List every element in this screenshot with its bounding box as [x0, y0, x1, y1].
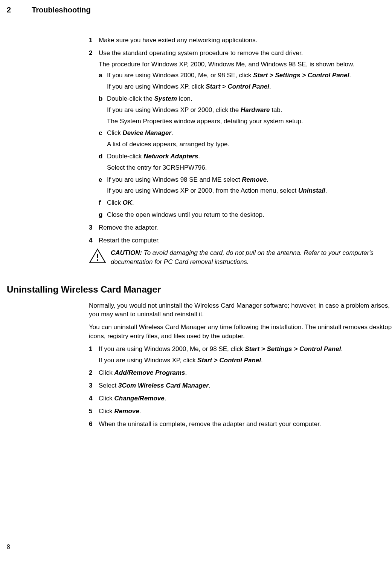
substep-d: d Double-click Network Adapters. Select …	[99, 152, 392, 172]
substep-text: Double-click Network Adapters.	[107, 152, 392, 161]
step-text: Select 3Com Wireless Card Manager.	[99, 382, 210, 389]
substep-text: Close the open windows until you return …	[107, 211, 264, 218]
chapter-number: 2	[7, 5, 11, 15]
step-marker: 1	[89, 36, 92, 45]
step-2: 2 Use the standard operating system proc…	[89, 49, 392, 219]
substep-text: The System Properties window appears, de…	[107, 117, 392, 126]
step-4: 4 Click Change/Remove.	[89, 394, 392, 403]
step-text: The procedure for Windows XP, 2000, Wind…	[99, 60, 392, 69]
substep-text: If you are using Windows 2000, Me, or 98…	[107, 71, 392, 80]
step-marker: 2	[89, 49, 92, 58]
substep-text: If you are using Windows XP, click Start…	[107, 82, 392, 91]
substep-marker: a	[99, 71, 102, 80]
substep-b: b Double-click the System icon. If you a…	[99, 94, 392, 126]
substep-text: A list of devices appears, arranged by t…	[107, 140, 392, 149]
substep-marker: d	[99, 152, 102, 161]
intro-paragraph: Normally, you would not uninstall the Wi…	[89, 301, 392, 319]
step-marker: 3	[89, 381, 92, 390]
step-text: When the uninstall is complete, remove t…	[99, 420, 321, 428]
caution-label: CAUTION:	[111, 249, 142, 256]
substep-text: Click Device Manager.	[107, 129, 392, 138]
step-text: If you are using Windows 2000, Me, or 98…	[99, 345, 392, 354]
caution-box: CAUTION: To avoid damaging the card, do …	[89, 248, 392, 267]
step-3: 3 Remove the adapter.	[89, 223, 392, 232]
chapter-title: Troubleshooting	[32, 5, 91, 15]
step-text: Click Add/Remove Programs.	[99, 369, 187, 376]
caution-triangle-icon	[89, 248, 106, 264]
substep-text: Double-click the System icon.	[107, 94, 392, 103]
substep-text: If you are using Windows XP or 2000, cli…	[107, 106, 392, 115]
step-marker: 4	[89, 394, 92, 403]
step-4: 4 Restart the computer.	[89, 236, 392, 245]
page-number: 8	[7, 543, 10, 551]
step-text: Make sure you have exited any networking…	[99, 37, 257, 44]
step-marker: 2	[89, 368, 92, 377]
step-1: 1 If you are using Windows 2000, Me, or …	[89, 345, 392, 365]
substep-c: c Click Device Manager. A list of device…	[99, 129, 392, 149]
section-2-content: Normally, you would not uninstall the Wi…	[89, 301, 392, 429]
procedure-list-2: 1 If you are using Windows 2000, Me, or …	[89, 345, 392, 429]
step-marker: 5	[89, 407, 92, 416]
substep-text: If you are using Windows 98 SE and ME se…	[107, 175, 392, 184]
substep-marker: g	[99, 210, 102, 219]
procedure-list-1: 1 Make sure you have exited any networki…	[89, 36, 392, 245]
svg-rect-2	[97, 259, 98, 261]
substep-text: If you are using Windows XP or 2000, fro…	[107, 186, 392, 195]
step-6: 6 When the uninstall is complete, remove…	[89, 420, 392, 429]
substep-marker: c	[99, 129, 102, 138]
substep-marker: e	[99, 175, 102, 184]
substep-text: Click OK.	[107, 198, 392, 207]
intro-paragraph: You can uninstall Wireless Card Manager …	[89, 323, 392, 341]
substep-marker: b	[99, 94, 102, 103]
substep-a: a If you are using Windows 2000, Me, or …	[99, 71, 392, 91]
substep-g: g Close the open windows until you retur…	[99, 210, 392, 219]
substep-marker: f	[99, 198, 101, 207]
step-marker: 1	[89, 345, 92, 354]
step-text: Remove the adapter.	[99, 224, 158, 231]
step-marker: 3	[89, 223, 92, 232]
step-marker: 6	[89, 420, 92, 429]
main-content: 1 Make sure you have exited any networki…	[89, 36, 392, 267]
substep-list: a If you are using Windows 2000, Me, or …	[99, 71, 392, 219]
step-3: 3 Select 3Com Wireless Card Manager.	[89, 381, 392, 390]
step-text: Use the standard operating system proced…	[99, 49, 392, 58]
substep-e: e If you are using Windows 98 SE and ME …	[99, 175, 392, 196]
page-header: 2 Troubleshooting	[7, 5, 392, 15]
step-2: 2 Click Add/Remove Programs.	[89, 368, 392, 377]
caution-text: CAUTION: To avoid damaging the card, do …	[111, 248, 392, 267]
step-text: Restart the computer.	[99, 237, 160, 244]
step-text: Click Change/Remove.	[99, 395, 166, 402]
step-marker: 4	[89, 236, 92, 245]
step-5: 5 Click Remove.	[89, 407, 392, 416]
substep-text: Select the entry for 3CRSHPW796.	[107, 163, 392, 172]
step-text: If you are using Windows XP, click Start…	[99, 356, 392, 365]
svg-rect-1	[97, 254, 98, 258]
step-1: 1 Make sure you have exited any networki…	[89, 36, 392, 45]
section-heading-uninstall: Uninstalling Wireless Card Manager	[7, 283, 392, 296]
substep-f: f Click OK.	[99, 198, 392, 207]
step-text: Click Remove.	[99, 408, 141, 415]
